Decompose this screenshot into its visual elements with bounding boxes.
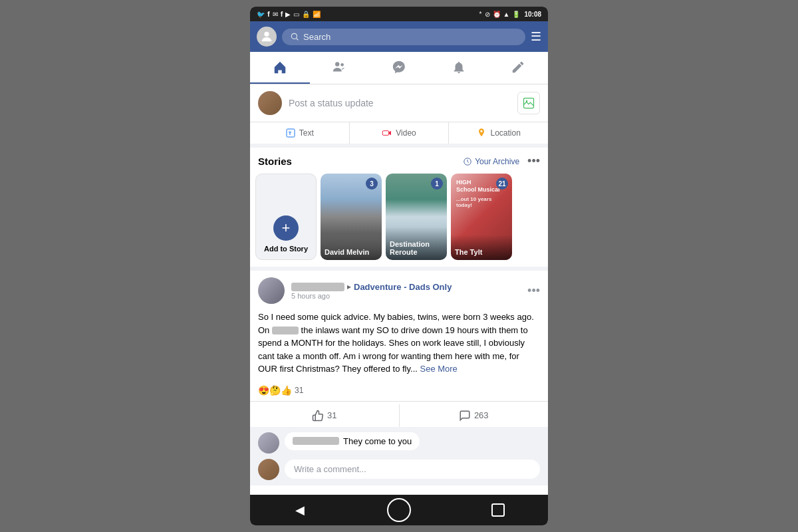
back-button[interactable]: ◀ — [288, 498, 312, 522]
write-comment-row: Write a comment... — [258, 459, 540, 480]
story-badge-3: 21 — [496, 178, 508, 190]
see-more-link[interactable]: See More — [420, 364, 457, 374]
location-pin-icon — [476, 128, 487, 138]
search-bar[interactable]: Search — [282, 29, 525, 45]
svg-point-1 — [291, 33, 297, 39]
commenter-name-blurred — [293, 437, 339, 445]
tab-compose[interactable] — [488, 52, 548, 84]
navigation-bar: Search ☰ — [250, 21, 548, 52]
story-badge-2: 1 — [431, 178, 443, 190]
story-david-melvin[interactable]: 3 David Melvin — [321, 174, 382, 260]
my-avatar — [258, 91, 282, 115]
svg-point-4 — [341, 63, 344, 66]
svg-rect-9 — [383, 131, 389, 136]
reactions-row: 😍🤔👍 31 — [250, 382, 548, 398]
location-action[interactable]: Location — [449, 122, 548, 144]
author-name-blurred — [291, 283, 344, 291]
post-action-bar: 31 263 — [250, 404, 548, 427]
hamburger-menu[interactable]: ☰ — [531, 29, 541, 44]
text-action-label: Text — [299, 128, 314, 138]
home-button[interactable] — [387, 498, 411, 522]
story-image-2: 1 Destination Reroute — [386, 174, 447, 260]
tv-icon: ▭ — [293, 11, 299, 18]
status-left-icons: 🐦 f ✉ f ▶ ▭ 🔒 📶 — [257, 10, 321, 18]
tab-home[interactable] — [250, 52, 310, 84]
story-name-2: Destination Reroute — [386, 227, 447, 260]
comment-button[interactable]: 263 — [400, 404, 549, 427]
profile-avatar[interactable] — [257, 27, 277, 47]
post-timestamp: 5 hours ago — [291, 292, 521, 300]
phone-frame: 🐦 f ✉ f ▶ ▭ 🔒 📶 * ⊘ ⏰ ▲ 🔋 10:08 Search ☰ — [250, 7, 548, 525]
location-action-label: Location — [490, 128, 520, 138]
post-body-text-2: the inlaws want my SO to drive down 19 h… — [258, 325, 528, 374]
reaction-count: 31 — [295, 386, 303, 395]
divider-1 — [250, 401, 548, 402]
stories-more-button[interactable]: ••• — [527, 154, 540, 168]
post-input-row: Post a status update — [250, 84, 548, 122]
comment-text-1: They come to you — [343, 436, 412, 446]
post-actions-bar: T Text Video Location — [250, 122, 548, 144]
fb2-icon: f — [281, 10, 283, 18]
text-icon: T — [285, 128, 296, 138]
comment-section: They come to you Write a comment... — [250, 427, 548, 485]
status-bar: 🐦 f ✉ f ▶ ▭ 🔒 📶 * ⊘ ⏰ ▲ 🔋 10:08 — [250, 7, 548, 21]
comment-1: They come to you — [258, 432, 540, 454]
svg-point-3 — [335, 62, 339, 66]
friends-icon — [332, 60, 346, 74]
cancel-icon: ⊘ — [485, 11, 490, 18]
post-body-text: So I need some quick advice. My babies, … — [250, 311, 548, 382]
lock-icon: 🔒 — [302, 11, 310, 18]
home-circle-icon — [387, 498, 411, 522]
video-action[interactable]: Video — [350, 122, 450, 144]
photo-upload-button[interactable] — [517, 92, 540, 114]
status-right-icons: * ⊘ ⏰ ▲ 🔋 10:08 — [479, 11, 541, 18]
tab-messenger[interactable] — [369, 52, 429, 84]
comment-input[interactable]: Write a comment... — [285, 460, 540, 479]
add-story-plus-icon: + — [273, 215, 299, 241]
compose-icon — [511, 60, 525, 74]
youtube-icon: ▶ — [285, 11, 291, 18]
stories-section: Stories Your Archive ••• + Add to Story … — [250, 148, 548, 267]
text-action[interactable]: T Text — [250, 122, 350, 144]
wifi-icon: 📶 — [313, 11, 321, 18]
your-archive-link[interactable]: Your Archive — [463, 157, 519, 166]
reaction-emojis: 😍🤔👍 — [258, 385, 292, 396]
arrow-icon: ▸ — [347, 282, 351, 291]
story-name-1: David Melvin — [321, 235, 382, 260]
home-icon — [273, 60, 287, 74]
clock-icon: ⏰ — [493, 11, 501, 18]
battery-icon: 🔋 — [512, 11, 520, 18]
bottom-navigation: ◀ — [250, 495, 548, 525]
add-to-story-card[interactable]: + Add to Story — [255, 174, 317, 260]
recents-button[interactable] — [486, 498, 510, 522]
story-destination-reroute[interactable]: 1 Destination Reroute — [386, 174, 447, 260]
post-user-avatar — [258, 277, 285, 304]
tab-notifications[interactable] — [429, 52, 489, 84]
post-placeholder-text[interactable]: Post a status update — [289, 98, 511, 108]
feed-post: ▸ Dadventure - Dads Only 5 hours ago •••… — [250, 271, 548, 495]
add-story-label: Add to Story — [264, 245, 308, 253]
svg-text:T: T — [288, 130, 291, 136]
video-icon — [382, 128, 392, 138]
story-the-tylt[interactable]: HIGHSchool Musical ...out 10 years today… — [451, 174, 512, 260]
tab-friends[interactable] — [310, 52, 370, 84]
post-options-button[interactable]: ••• — [527, 284, 540, 298]
like-button[interactable]: 31 — [250, 404, 400, 427]
video-action-label: Video — [396, 128, 416, 138]
time-display: 10:08 — [524, 11, 541, 18]
group-name[interactable]: Dadventure - Dads Only — [354, 282, 452, 292]
post-blurred-word — [272, 327, 299, 334]
photo-icon — [522, 96, 535, 110]
my-comment-avatar — [258, 459, 279, 480]
comment-icon — [459, 410, 471, 422]
commenter-avatar-1 — [258, 432, 279, 454]
mail-icon: ✉ — [273, 11, 278, 18]
post-box: Post a status update T Text Video Locati… — [250, 84, 548, 144]
person-icon — [259, 29, 274, 44]
search-placeholder: Search — [303, 32, 331, 42]
signal-icon: ▲ — [503, 11, 510, 18]
comment-bubble-1: They come to you — [285, 432, 420, 450]
recents-square-icon — [491, 503, 505, 517]
like-count: 31 — [327, 410, 336, 420]
messenger-icon — [392, 60, 406, 74]
